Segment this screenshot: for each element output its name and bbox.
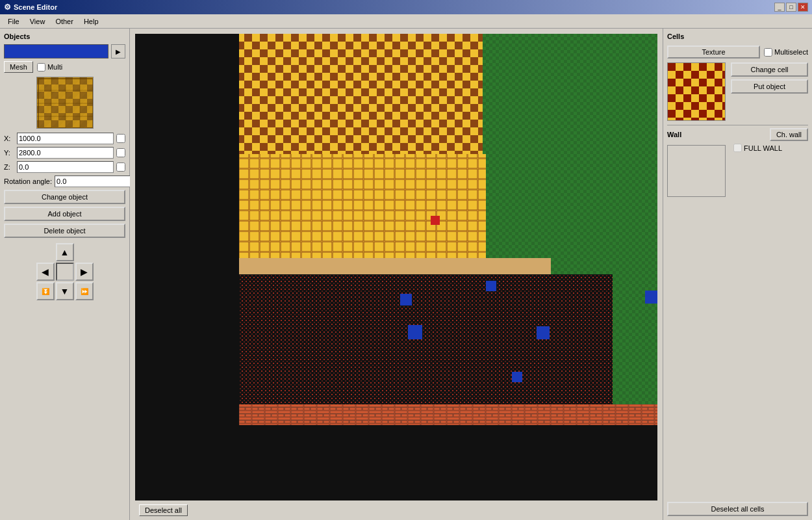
menu-view[interactable]: View — [25, 16, 51, 27]
full-wall-label: FULL WALL — [744, 144, 782, 152]
y-label: Y: — [4, 149, 14, 157]
multi-label: Multi — [47, 63, 62, 71]
arrow-right-icon: ▶ — [116, 48, 121, 55]
z-coord-row: Z: — [4, 161, 125, 173]
change-object-button[interactable]: Change object — [4, 190, 125, 204]
deselect-all-button[interactable]: Deselect all — [139, 504, 188, 516]
maximize-button[interactable]: □ — [786, 3, 796, 12]
texture-row: Texture Multiselect — [667, 46, 808, 58]
svg-rect-47 — [486, 281, 496, 291]
minimize-button[interactable]: _ — [774, 3, 785, 12]
mesh-preview — [36, 77, 94, 129]
full-wall-row: FULL WALL — [731, 144, 808, 152]
cell-preview-area: Change cell Put object — [667, 62, 808, 121]
objects-blue-bar — [4, 44, 108, 58]
change-cell-button[interactable]: Change cell — [731, 62, 808, 77]
svg-rect-42 — [239, 274, 613, 404]
move-center — [56, 263, 74, 281]
svg-rect-45 — [645, 291, 657, 304]
x-checkbox[interactable] — [116, 134, 125, 143]
z-label: Z: — [4, 163, 14, 171]
svg-rect-49 — [537, 326, 550, 339]
svg-rect-54 — [239, 406, 657, 425]
close-button[interactable]: ✕ — [798, 3, 808, 12]
multi-checkbox[interactable] — [37, 63, 45, 72]
mesh-button[interactable]: Mesh — [4, 61, 33, 73]
menu-other[interactable]: Other — [50, 16, 79, 27]
objects-label: Objects — [4, 32, 125, 40]
svg-rect-59 — [668, 63, 726, 121]
svg-rect-46 — [400, 294, 412, 306]
add-object-button[interactable]: Add object — [4, 207, 125, 221]
wall-label: Wall — [667, 131, 681, 138]
move-grid: ▲ ◀ ▶ ⏬ ▼ ⏩ — [4, 243, 125, 300]
wall-preview — [667, 145, 726, 197]
canvas-viewport[interactable] — [135, 34, 657, 500]
right-spacer — [667, 202, 808, 498]
texture-button[interactable]: Texture — [667, 46, 760, 58]
mesh-row: Mesh Multi — [4, 61, 125, 73]
move-left-button[interactable]: ◀ — [36, 263, 55, 281]
rotation-row: Rotation angle: — [4, 176, 125, 187]
wall-content: FULL WALL — [667, 144, 808, 198]
delete-object-button[interactable]: Delete object — [4, 224, 125, 238]
menu-file[interactable]: File — [3, 16, 25, 27]
move-down-button[interactable]: ▼ — [56, 282, 74, 300]
main-area: Objects ▶ Mesh Multi — [0, 29, 812, 520]
svg-rect-51 — [431, 216, 440, 225]
svg-rect-52 — [239, 34, 483, 73]
move-right-button[interactable]: ▶ — [75, 263, 94, 281]
put-object-button[interactable]: Put object — [731, 79, 808, 94]
cells-label: Cells — [667, 32, 808, 40]
objects-header: ▶ — [4, 44, 125, 58]
objects-arrow-button[interactable]: ▶ — [111, 44, 125, 58]
cell-preview — [667, 62, 726, 121]
x-label: X: — [4, 135, 14, 142]
z-checkbox[interactable] — [116, 162, 125, 172]
wall-section: Wall Ch. wall FULL WALL — [667, 125, 808, 198]
multi-checkbox-row: Multi — [37, 63, 62, 72]
menu-help[interactable]: Help — [79, 16, 104, 27]
title-icon: ⚙ — [4, 3, 11, 12]
title-bar: ⚙ Scene Editor _ □ ✕ — [0, 0, 812, 14]
z-input[interactable] — [17, 161, 114, 173]
multiselect-row: Multiselect — [764, 48, 808, 57]
title-text: Scene Editor — [14, 3, 57, 11]
menu-bar: File View Other Help — [0, 14, 812, 29]
move-up-button[interactable]: ▲ — [56, 243, 74, 261]
svg-rect-40 — [239, 154, 486, 274]
cell-preview-svg — [668, 63, 726, 121]
center-section: Deselect all — [130, 29, 663, 520]
svg-rect-48 — [408, 325, 422, 339]
right-panel: Cells Texture Multiselect — [663, 29, 812, 520]
scene-svg — [135, 34, 657, 500]
move-empty-tl — [36, 243, 55, 261]
move-down-left-button[interactable]: ⏬ — [36, 282, 55, 300]
bottom-bar: Deselect all — [135, 500, 657, 520]
multiselect-checkbox[interactable] — [764, 48, 772, 57]
y-checkbox[interactable] — [116, 148, 125, 157]
title-controls: _ □ ✕ — [774, 3, 808, 12]
move-down-right-button[interactable]: ⏩ — [75, 282, 94, 300]
y-input[interactable] — [17, 147, 114, 159]
svg-rect-41 — [239, 258, 551, 276]
deselect-all-cells-button[interactable]: Deselect all cells — [667, 502, 808, 516]
left-panel: Objects ▶ Mesh Multi — [0, 29, 130, 520]
full-wall-area: FULL WALL — [731, 144, 808, 152]
multiselect-label: Multiselect — [774, 48, 808, 56]
cell-buttons: Change cell Put object — [731, 62, 808, 94]
move-empty-tr — [75, 243, 94, 261]
ch-wall-button[interactable]: Ch. wall — [770, 128, 808, 141]
x-coord-row: X: — [4, 133, 125, 144]
y-coord-row: Y: — [4, 147, 125, 159]
svg-rect-50 — [512, 372, 522, 382]
full-wall-checkbox[interactable] — [733, 144, 742, 152]
rotation-label: Rotation angle: — [4, 177, 52, 185]
svg-rect-53 — [239, 73, 483, 154]
x-input[interactable] — [17, 133, 114, 144]
wall-label-row: Wall Ch. wall — [667, 128, 808, 141]
mesh-preview-svg — [37, 77, 94, 129]
